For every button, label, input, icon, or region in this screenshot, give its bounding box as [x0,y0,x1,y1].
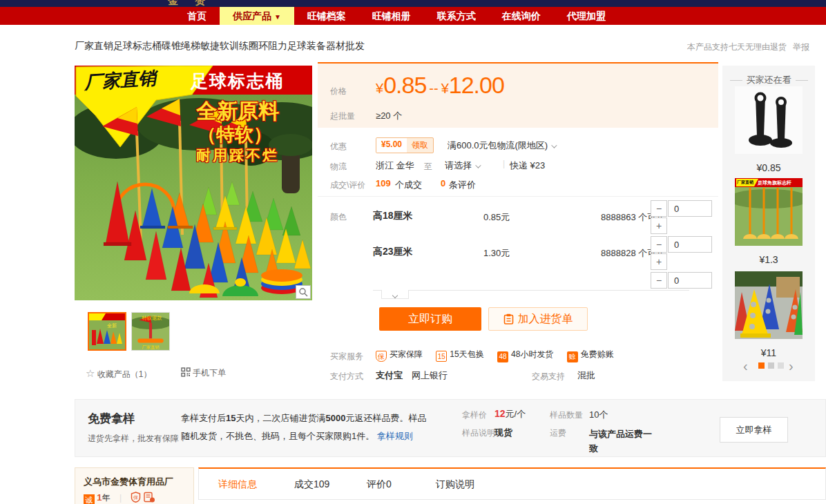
chevron-down-icon: ▼ [274,13,281,21]
related-product-3-price[interactable]: ¥11 [722,347,815,358]
order-now-button[interactable]: 立即订购 [379,307,481,331]
product-image[interactable]: 厂家直销 足球标志桶 全新原料 （特软） 耐用踩不烂 [75,66,312,300]
price-panel: 价格 ¥ 0.85 -- ¥ 12.00 起批量 ≥20 个 [318,62,718,128]
sample-price-value: 12元/个 [494,408,526,420]
related-product-3-image[interactable] [735,271,803,339]
image-overlay-durable: 耐用踩不烂 [196,146,279,165]
thumbnail-1[interactable]: 全新 [88,312,126,351]
add-to-cart-button[interactable]: 加入进货单 [488,307,588,331]
seller-name[interactable]: 义乌市金赞体育用品厂 [84,476,173,488]
favorite-button[interactable]: ☆ 收藏产品（1） [86,367,151,380]
sku-label: 颜色 [330,211,347,223]
coupon-amount: ¥5.00 [376,138,407,153]
destination-select[interactable]: 请选择 [445,159,479,172]
tab-reviews[interactable]: 评价0 [367,478,392,491]
divider: | [503,159,505,168]
trade-support-value: 混批 [577,369,595,382]
price-range: ¥ 0.85 -- ¥ 12.00 [376,72,504,99]
related-product-1-image[interactable] [735,86,803,154]
express-fee: 快递 ¥23 [510,159,545,172]
integrity-badge-icon: 诚 [84,494,95,504]
free-sample-section: 免费拿样 进货先拿样，批发有保障！ 拿样支付后15天内，二次店铺进货满5000元… [75,399,826,457]
service-credit: 赊免费赊账 [567,349,614,359]
sample-ship-label: 运费 [550,427,566,439]
service-15day: 1515天包换 [436,349,483,359]
sku-name: 高18厘米 [373,210,413,222]
thumbnail-2[interactable]: 特软退款厂家直销 [131,312,170,351]
sku-expand-button[interactable] [381,290,409,299]
related-product-2-image[interactable]: 厂家直销 足球角旗标志杆 [735,178,803,246]
credit-icon: 赊 [567,351,578,362]
coupon-claim-button[interactable]: 领取 [407,138,433,153]
nav-item-shop-profile[interactable]: 旺铺档案 [294,7,359,25]
quantity-input[interactable] [668,236,712,253]
shop-name-partial: 金 赞 [168,0,212,7]
service-guarantee: 保买家保障 [376,349,423,359]
svg-text:保: 保 [133,495,138,500]
qty-minus-button[interactable]: − [651,272,667,289]
quantity-input[interactable] [668,200,712,217]
review-suffix: 条评价 [449,179,476,191]
qty-minus-button[interactable]: − [651,200,667,217]
coupon-badge[interactable]: ¥5.00 领取 [376,137,434,153]
payment-label: 支付方式 [330,371,363,382]
page-dot-1-active[interactable] [758,362,765,369]
qty-plus-button[interactable]: + [651,217,667,234]
report-link[interactable]: 举报 [793,41,809,53]
related-product-1-price[interactable]: ¥0.85 [722,162,815,173]
service-badges: 保买家保障 1515天包换 4848小时发货 赊免费赊账 [376,349,625,362]
sidebar-title: 买家还在看 [722,74,815,86]
sku-list: 高18厘米 0.85元 8888863 个可售 − + 高23厘米 1.30元 … [373,200,718,290]
sample-price-label: 拿样价 [462,409,487,421]
sample-subtitle: 进货先拿样，批发有保障！ [88,433,187,445]
quantity-stepper: − + [651,236,713,271]
top-banner: 金 赞 [0,0,826,7]
sample-desc-value: 现货 [494,427,512,439]
sample-rules-link[interactable]: 拿样规则 [377,431,413,441]
page-dot-3[interactable] [778,362,784,369]
related-product-2-price[interactable]: ¥1.3 [722,254,815,265]
chevron-down-icon [392,293,398,298]
nav-item-home[interactable]: 首页 [174,7,220,25]
origin-value: 浙江 金华 [376,159,414,172]
tab-order-notes[interactable]: 订购说明 [436,478,474,491]
prev-arrow-icon[interactable]: ‹ [743,361,748,371]
nav-item-contact[interactable]: 联系方式 [424,7,489,25]
image-banner-product-name: 足球标志桶 [191,70,284,93]
sku-name: 高23厘米 [373,246,413,258]
mobile-order-button[interactable]: 手机下单 [181,367,226,379]
nav-item-products[interactable]: 供应产品 ▼ [220,7,294,25]
qty-plus-button[interactable]: + [651,253,667,270]
moq-value: ≥20 个 [376,110,402,122]
seller-years-num: 1 [97,492,102,503]
qty-minus-button[interactable]: − [651,236,667,253]
promo-dropdown[interactable]: 满600.0元包物流(限地区) [448,139,555,152]
certificate-icon [144,492,155,503]
deals-suffix: 个成交 [395,179,422,191]
tab-deals[interactable]: 成交109 [294,478,329,491]
to-label: 至 [424,161,432,173]
svg-text:全新: 全新 [107,322,117,328]
sku-row-18cm: 高18厘米 0.85元 8888863 个可售 − + [373,200,718,236]
next-arrow-icon[interactable]: › [789,361,794,371]
divider [730,80,742,81]
qr-code-icon [181,367,191,377]
sku-price: 0.85元 [483,211,510,224]
quantity-input[interactable] [668,272,712,289]
review-count[interactable]: 0 [441,178,445,188]
sku-price: 1.30元 [483,247,510,260]
page-dot-2[interactable] [768,362,774,369]
nav-item-shop-album[interactable]: 旺铺相册 [359,7,424,25]
moq-label: 起批量 [330,110,355,122]
detail-tabs: 详细信息 成交109 评价0 订购说明 [198,467,826,500]
sample-ship-value: 与该产品运费一致 [589,427,655,456]
magnifier-icon[interactable] [296,285,311,299]
service-48hour: 4848小时发货 [497,349,553,359]
deals-count[interactable]: 109 [376,178,391,188]
quantity-stepper: − [651,272,713,290]
payment-ebank: 网上银行 [412,369,448,382]
nav-item-agency[interactable]: 代理加盟 [554,7,619,25]
tab-detail-info[interactable]: 详细信息 [218,478,257,491]
get-sample-button[interactable]: 立即拿样 [720,417,788,443]
nav-item-inquiry[interactable]: 在线询价 [489,7,554,25]
